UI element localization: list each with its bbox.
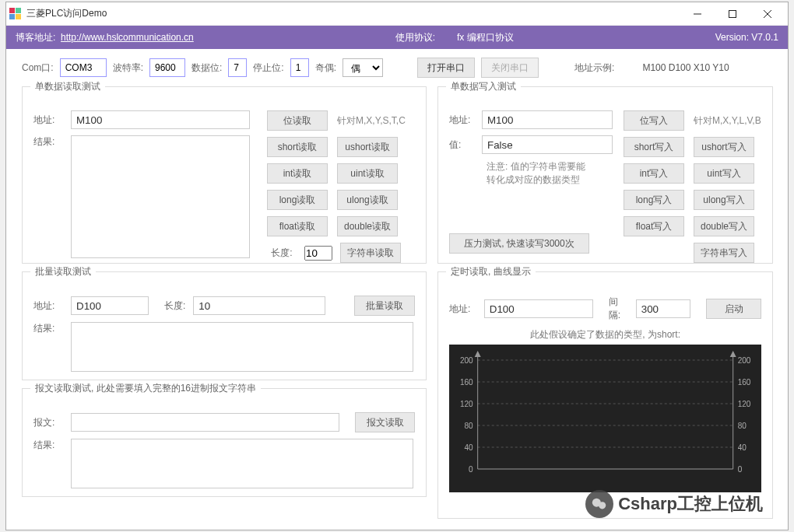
batch-read-button[interactable]: 批量读取 bbox=[354, 296, 415, 316]
protocol-value: fx 编程口协议 bbox=[457, 31, 514, 44]
svg-text:40: 40 bbox=[738, 443, 747, 452]
float-write-button[interactable]: float写入 bbox=[624, 216, 684, 236]
sr-result-label: 结果: bbox=[33, 135, 63, 149]
svg-marker-17 bbox=[730, 351, 736, 357]
uint-write-button[interactable]: uint写入 bbox=[694, 163, 754, 184]
tr-interval-label: 间隔: bbox=[609, 296, 628, 322]
baud-label: 波特率: bbox=[113, 61, 143, 75]
app-icon bbox=[9, 8, 22, 20]
br-result-area[interactable] bbox=[71, 322, 413, 372]
bit-read-button[interactable]: 位读取 bbox=[267, 110, 328, 131]
ulong-write-button[interactable]: ulong写入 bbox=[694, 190, 754, 210]
br-addr-label: 地址: bbox=[33, 299, 63, 313]
svg-text:120: 120 bbox=[460, 400, 473, 408]
pressure-test-button[interactable]: 压力测试, 快速读写3000次 bbox=[449, 233, 589, 254]
watermark-text: Csharp工控上位机 bbox=[618, 492, 763, 516]
svg-point-31 bbox=[599, 502, 606, 509]
sr-hint: 针对M,X,Y,S,T,C bbox=[337, 114, 406, 128]
svg-text:80: 80 bbox=[465, 422, 474, 430]
wechat-icon bbox=[585, 490, 613, 518]
parity-label: 奇偶: bbox=[315, 61, 336, 75]
int-write-button[interactable]: int写入 bbox=[624, 163, 684, 184]
long-read-button[interactable]: long读取 bbox=[267, 190, 328, 210]
tr-interval-input[interactable] bbox=[636, 299, 690, 318]
svg-marker-16 bbox=[475, 351, 481, 357]
sw-hint1: 注意: 值的字符串需要能 bbox=[487, 160, 613, 173]
msg-read-legend: 报文读取测试, 此处需要填入完整的16进制报文字符串 bbox=[30, 382, 261, 395]
svg-text:40: 40 bbox=[465, 443, 474, 452]
svg-text:120: 120 bbox=[738, 400, 751, 408]
mr-msg-input[interactable] bbox=[71, 413, 340, 432]
stopbits-label: 停止位: bbox=[253, 61, 283, 75]
databits-input[interactable] bbox=[228, 58, 247, 77]
single-read-legend: 单数据读取测试 bbox=[30, 80, 105, 93]
br-addr-input[interactable] bbox=[71, 296, 149, 315]
mr-msg-label: 报文: bbox=[33, 416, 63, 429]
msg-read-button[interactable]: 报文读取 bbox=[355, 412, 415, 432]
start-button[interactable]: 启动 bbox=[706, 299, 762, 319]
protocol-label: 使用协议: bbox=[395, 31, 435, 44]
svg-text:0: 0 bbox=[469, 465, 473, 474]
ushort-write-button[interactable]: ushort写入 bbox=[694, 137, 754, 157]
open-port-button[interactable]: 打开串口 bbox=[417, 58, 475, 78]
svg-rect-5 bbox=[729, 10, 736, 17]
double-write-button[interactable]: double写入 bbox=[694, 216, 754, 236]
short-write-button[interactable]: short写入 bbox=[624, 137, 684, 157]
svg-text:200: 200 bbox=[460, 356, 473, 365]
addr-example-value: M100 D100 X10 Y10 bbox=[642, 62, 729, 73]
close-button[interactable] bbox=[750, 3, 785, 25]
timed-read-legend: 定时读取, 曲线显示 bbox=[446, 265, 536, 278]
app-window: 三菱PLC访问Demo 博客地址: http://www.hslcommunic… bbox=[5, 2, 789, 530]
stopbits-input[interactable] bbox=[290, 58, 309, 77]
sr-len-label: 长度: bbox=[267, 247, 297, 260]
svg-rect-0 bbox=[9, 8, 15, 13]
sr-result-area[interactable] bbox=[71, 135, 250, 258]
long-write-button[interactable]: long写入 bbox=[624, 190, 684, 210]
databits-label: 数据位: bbox=[191, 61, 222, 75]
sw-addr-label: 地址: bbox=[449, 114, 474, 127]
sr-len-input[interactable] bbox=[304, 246, 332, 261]
string-write-button[interactable]: 字符串写入 bbox=[694, 243, 754, 263]
br-len-input[interactable] bbox=[193, 296, 325, 315]
short-read-button[interactable]: short读取 bbox=[267, 137, 328, 157]
blog-link[interactable]: http://www.hslcommunication.cn bbox=[61, 32, 194, 43]
ulong-read-button[interactable]: ulong读取 bbox=[337, 190, 398, 210]
sw-value-input[interactable] bbox=[482, 135, 613, 154]
maximize-button[interactable] bbox=[715, 3, 750, 25]
br-result-label: 结果: bbox=[33, 322, 63, 335]
parity-select[interactable]: 偶 bbox=[343, 58, 383, 77]
baud-input[interactable] bbox=[149, 58, 185, 77]
header-bar: 博客地址: http://www.hslcommunication.cn 使用协… bbox=[6, 26, 788, 49]
ushort-read-button[interactable]: ushort读取 bbox=[337, 137, 398, 157]
batch-read-legend: 批量读取测试 bbox=[30, 265, 96, 278]
minimize-button[interactable] bbox=[680, 3, 715, 25]
com-label: Com口: bbox=[22, 61, 54, 75]
string-read-button[interactable]: 字符串读取 bbox=[340, 243, 401, 263]
close-port-button[interactable]: 关闭串口 bbox=[481, 58, 539, 78]
timed-read-group: 定时读取, 曲线显示 地址: 间隔: 启动 此处假设确定了数据的类型, 为sho… bbox=[437, 271, 773, 519]
sw-addr-input[interactable] bbox=[482, 110, 613, 129]
svg-text:200: 200 bbox=[738, 356, 751, 365]
uint-read-button[interactable]: uint读取 bbox=[337, 163, 398, 184]
com-input[interactable] bbox=[60, 58, 107, 77]
int-read-button[interactable]: int读取 bbox=[267, 163, 328, 184]
single-read-group: 单数据读取测试 地址: 结果: 位读取针对M,X,Y,S,T,C bbox=[22, 86, 427, 264]
sr-addr-label: 地址: bbox=[33, 114, 63, 127]
chart-area: 040 80120 160200 04080 120160200 bbox=[449, 345, 761, 492]
sr-addr-input[interactable] bbox=[71, 110, 250, 129]
float-read-button[interactable]: float读取 bbox=[267, 216, 328, 236]
config-row: Com口: 波特率: 数据位: 停止位: 奇偶: 偶 打开串口 关闭串口 地址示… bbox=[6, 49, 788, 86]
svg-rect-1 bbox=[16, 8, 21, 13]
single-write-group: 单数据写入测试 地址: 值: 注意: 值的字符串需要能 转化成对应的数据类型 压… bbox=[437, 86, 773, 264]
blog-label: 博客地址: bbox=[16, 31, 55, 44]
br-len-label: 长度: bbox=[164, 299, 185, 313]
bit-write-button[interactable]: 位写入 bbox=[624, 110, 684, 131]
double-read-button[interactable]: double读取 bbox=[337, 216, 398, 236]
chart-title: 此处假设确定了数据的类型, 为short: bbox=[449, 328, 761, 341]
svg-text:0: 0 bbox=[738, 465, 743, 474]
svg-text:160: 160 bbox=[738, 378, 751, 387]
tr-addr-input[interactable] bbox=[484, 299, 593, 318]
svg-text:80: 80 bbox=[738, 422, 747, 430]
titlebar: 三菱PLC访问Demo bbox=[6, 2, 788, 26]
mr-result-area[interactable] bbox=[71, 439, 413, 488]
